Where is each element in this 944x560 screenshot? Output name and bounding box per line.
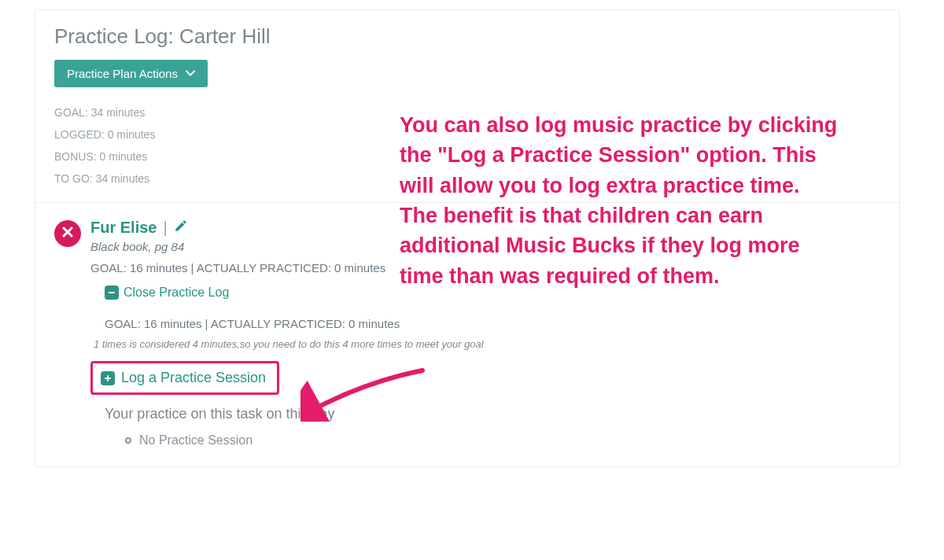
goal-hint-text: 1 times is considered 4 minutes,so you n… [94, 338, 880, 350]
stat-togo: TO GO: 34 minutes [54, 168, 880, 190]
close-practice-log-button[interactable]: Close Practice Log [105, 286, 229, 300]
practice-plan-actions-label: Practice Plan Actions [67, 67, 178, 80]
no-session-text: No Practice Session [139, 433, 253, 448]
remove-task-button[interactable] [54, 220, 81, 247]
close-practice-log-label: Close Practice Log [124, 286, 229, 300]
minus-icon [105, 286, 119, 300]
task-title[interactable]: Fur Elise [90, 219, 157, 237]
log-practice-session-label: Log a Practice Session [121, 370, 266, 386]
task-inner-goal-line: GOAL: 16 minutes | ACTUALLY PRACTICED: 0… [105, 317, 880, 330]
stat-bonus: BONUS: 0 minutes [54, 146, 880, 168]
task-goal-line: GOAL: 16 minutes | ACTUALLY PRACTICED: 0… [90, 261, 880, 274]
svg-rect-0 [109, 292, 115, 293]
task-subtitle: Black book, pg 84 [90, 240, 880, 253]
practice-day-heading: Your practice on this task on this day [105, 406, 880, 422]
task-block: Fur Elise | Black book, pg 84 GOAL: 16 m… [35, 203, 899, 466]
bullet-icon [125, 437, 131, 444]
edit-icon [174, 219, 188, 237]
plus-icon [101, 371, 115, 385]
page-title: Practice Log: Carter Hill [54, 24, 880, 49]
svg-rect-2 [105, 378, 111, 379]
stat-logged: LOGGED: 0 minutes [54, 123, 880, 146]
stat-goal: GOAL: 34 minutes [54, 101, 880, 123]
log-practice-session-button[interactable]: Log a Practice Session [90, 361, 279, 395]
chevron-down-icon [186, 67, 195, 80]
no-session-row: No Practice Session [125, 433, 880, 448]
task-title-row: Fur Elise | [90, 219, 880, 237]
practice-stats: GOAL: 34 minutes LOGGED: 0 minutes BONUS… [54, 101, 880, 190]
close-icon [61, 226, 74, 241]
panel-header: Practice Log: Carter Hill Practice Plan … [35, 10, 899, 202]
practice-log-panel: Practice Log: Carter Hill Practice Plan … [35, 9, 900, 467]
edit-task-button[interactable] [174, 219, 188, 237]
task-separator: | [163, 219, 167, 237]
task-body: Fur Elise | Black book, pg 84 GOAL: 16 m… [90, 219, 880, 448]
practice-plan-actions-button[interactable]: Practice Plan Actions [54, 60, 208, 87]
